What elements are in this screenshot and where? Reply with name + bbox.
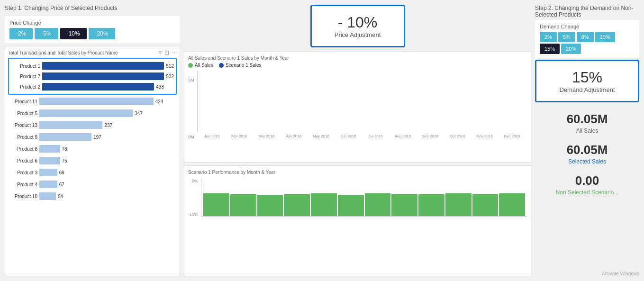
demand-adjustment-box: 15% Demand Adjustment	[535, 60, 639, 102]
legend-all-sales: All Sales	[188, 63, 213, 68]
bar-wrapper: 512	[42, 62, 174, 70]
y-axis: 5M 0M	[188, 78, 194, 139]
expand-icon[interactable]: ⊡	[164, 49, 169, 56]
table-row: Product 4 67	[8, 179, 177, 190]
bar-fill	[42, 73, 164, 80]
y-label-bottom: 0M	[188, 135, 194, 139]
scenario-chart-container: Scenario 1 Performance by Month & Year 0…	[184, 165, 531, 277]
kpi-non-selected: 0.00 Non Selected Scenario...	[535, 171, 639, 199]
product-label: Product 7	[11, 74, 40, 79]
bar-value: 347	[135, 111, 143, 116]
bar-fill	[39, 169, 57, 176]
x-label-mar: Mar 2016	[254, 134, 280, 138]
demand-btn-5[interactable]: 5%	[558, 32, 575, 42]
scenario-bar-chart	[201, 179, 527, 217]
scenario-bar-9	[418, 194, 444, 216]
demand-btn-8[interactable]: 8%	[577, 32, 594, 42]
table-row: Product 10 64	[8, 191, 177, 201]
price-adjustment-label: Price Adjustment	[335, 31, 381, 38]
kpi-section: 60.05M All Sales 60.05M Selected Sales 0…	[535, 109, 639, 199]
scenario1-dot	[219, 63, 224, 68]
price-adjustment-value: - 10%	[338, 14, 378, 31]
bar-wrapper: 237	[39, 121, 177, 129]
more-icon[interactable]: ···	[172, 49, 177, 56]
step1-title: Step 1. Changing Price of Selected Produ…	[5, 5, 180, 11]
kpi-all-sales-label: All Sales	[535, 127, 639, 134]
kpi-non-selected-value: 0.00	[535, 173, 639, 188]
bar-fill	[39, 181, 57, 188]
kpi-all-sales: 60.05M All Sales	[535, 109, 639, 137]
product-label: Product 4	[8, 182, 37, 187]
chart-icons: ≡ ⊡ ···	[158, 49, 177, 56]
scenario-bar-8	[391, 194, 417, 216]
demand-btn-10[interactable]: 10%	[595, 32, 615, 42]
product-label: Product 10	[8, 194, 37, 199]
bar-value: 78	[62, 146, 67, 152]
kpi-selected-sales-value: 60.05M	[535, 143, 639, 157]
kpi-all-sales-value: 60.05M	[535, 112, 639, 127]
x-label-may: May 2016	[308, 134, 335, 138]
table-row: Product 9 197	[8, 132, 177, 142]
bar-wrapper: 67	[39, 181, 177, 188]
scenario-bar-11	[472, 194, 499, 216]
bar-wrapper: 424	[39, 98, 177, 105]
scenario-bar-7	[365, 193, 391, 216]
bar-fill	[39, 133, 91, 141]
price-btn-minus5[interactable]: -5%	[35, 28, 58, 39]
bar-fill	[39, 145, 60, 153]
table-row: Product 11 424	[8, 96, 177, 107]
bar-value: 424	[155, 99, 163, 104]
legend-scenario1-sales: Scenario 1 Sales	[219, 63, 262, 68]
scenario-bar-3	[257, 195, 283, 216]
left-panel: Step 1. Changing Price of Selected Produ…	[5, 5, 180, 276]
scenario1-label: Scenario 1 Sales	[226, 63, 262, 68]
demand-btn-15[interactable]: 15%	[540, 44, 560, 54]
demand-btn-2[interactable]: 2%	[540, 32, 557, 42]
bar-fill	[39, 157, 60, 164]
bar-value: 512	[166, 63, 174, 69]
scenario-y-bottom: -10%	[188, 212, 198, 217]
bar-wrapper: 69	[39, 169, 177, 176]
sales-chart-container: All Sales and Scenario 1 Sales by Month …	[184, 51, 531, 163]
price-btn-minus20[interactable]: -20%	[89, 28, 115, 39]
demand-change-section: Demand Change 2% 5% 8% 10% 15% 20%	[535, 20, 639, 58]
product-label: Product 6	[8, 158, 37, 163]
chart-legend: All Sales Scenario 1 Sales	[188, 63, 527, 68]
all-sales-dot	[188, 63, 193, 68]
table-row: Product 6 75	[8, 155, 177, 166]
demand-btn-20[interactable]: 20%	[561, 44, 581, 54]
bar-value: 67	[59, 182, 64, 187]
price-btn-minus10[interactable]: -10%	[60, 28, 87, 39]
bar-value: 197	[93, 135, 101, 140]
bar-wrapper: 347	[39, 109, 177, 117]
bar-wrapper: 197	[39, 133, 177, 141]
x-axis-labels: Jan 2016 Feb 2016 Mar 2016 Apr 2016 May …	[197, 133, 527, 139]
price-change-section: Price Change -2% -5% -10% -20%	[5, 16, 180, 43]
x-label-jun: Jun 2016	[335, 134, 362, 138]
center-panel: - 10% Price Adjustment All Sales and Sce…	[184, 5, 531, 276]
bar-value: 69	[59, 170, 64, 175]
x-label-oct: Oct 2016	[444, 134, 471, 138]
kpi-selected-sales: 60.05M Selected Sales	[535, 140, 639, 168]
kpi-non-selected-label: Non Selected Scenario...	[535, 189, 639, 196]
demand-buttons: 2% 5% 8% 10% 15% 20%	[540, 32, 635, 54]
bar-wrapper: 502	[42, 73, 174, 80]
table-row: Product 8 78	[8, 144, 177, 154]
x-label-feb: Feb 2016	[226, 134, 253, 138]
price-adjustment-box: - 10% Price Adjustment	[310, 5, 405, 47]
scenario-bar-2	[230, 194, 256, 216]
scenario-y-axis: 0% -10%	[188, 179, 198, 217]
table-row: Product 3 69	[8, 167, 177, 178]
bar-fill	[39, 98, 154, 105]
scenario-bar-5	[311, 193, 337, 216]
product-label: Product 13	[8, 123, 37, 128]
kpi-selected-sales-label: Selected Sales	[535, 158, 639, 165]
bar-wrapper: 78	[39, 145, 177, 153]
bar-fill	[39, 192, 56, 200]
all-sales-label: All Sales	[195, 63, 213, 68]
price-btn-minus2[interactable]: -2%	[9, 28, 33, 39]
scenario-bar-10	[445, 193, 472, 216]
bar-fill	[42, 62, 164, 70]
product-label: Product 8	[8, 146, 37, 152]
menu-icon[interactable]: ≡	[158, 49, 162, 56]
